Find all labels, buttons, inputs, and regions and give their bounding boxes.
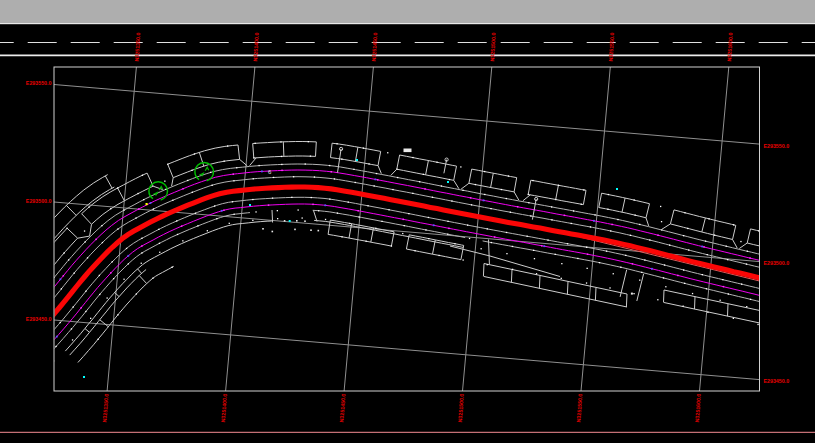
svg-text:E293550.0: E293550.0	[26, 80, 52, 86]
svg-text:E293550.0: E293550.0	[764, 143, 790, 149]
svg-text:E293500.0: E293500.0	[26, 198, 52, 204]
svg-text:E293450.0: E293450.0	[764, 378, 790, 384]
svg-text:E293450.0: E293450.0	[26, 316, 52, 322]
svg-text:E293500.0: E293500.0	[764, 260, 790, 266]
